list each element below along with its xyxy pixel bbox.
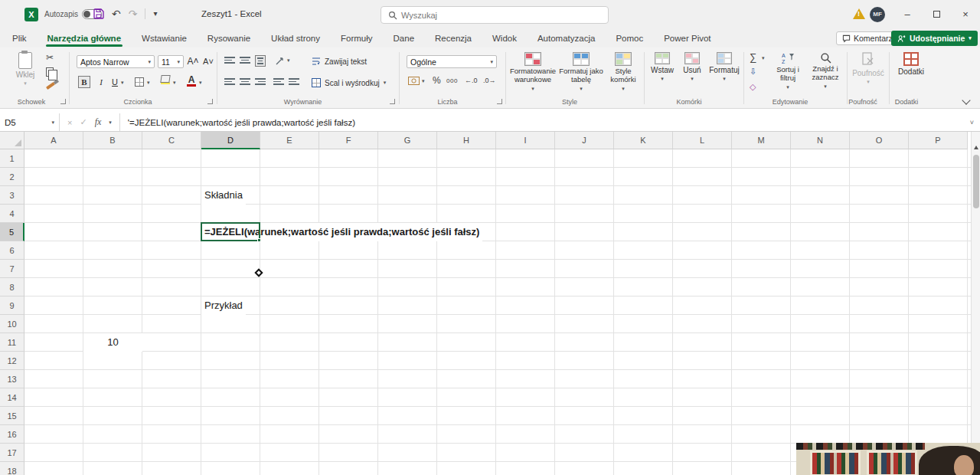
tab-narzędzia-główne[interactable]: Narzędzia główne [46, 31, 123, 45]
increase-decimal-icon[interactable]: ←.0 [465, 77, 478, 84]
underline-caret-icon[interactable]: ▾ [121, 80, 124, 86]
row-header-14[interactable]: 14 [0, 388, 24, 407]
decrease-indent-icon[interactable] [273, 78, 284, 85]
column-header-O[interactable]: O [850, 132, 909, 149]
borders-icon[interactable] [135, 77, 144, 87]
sensitivity-button[interactable]: Poufność ▾ [850, 52, 887, 85]
confirm-entry-icon[interactable]: ✓ [80, 117, 87, 127]
save-icon[interactable] [93, 8, 104, 19]
minimize-button[interactable]: – [893, 0, 922, 29]
format-cells-button[interactable]: Formatuj ▾ [708, 52, 740, 82]
row-header-5[interactable]: 5 [0, 223, 24, 241]
row-header-18[interactable]: 18 [0, 462, 24, 475]
font-size-combo[interactable]: 11▾ [158, 55, 184, 68]
grid-body[interactable] [24, 149, 971, 475]
close-button[interactable]: × [951, 0, 980, 29]
delete-cells-button[interactable]: Usuń ▾ [679, 52, 705, 82]
column-header-D[interactable]: D [201, 132, 260, 149]
align-top-icon[interactable] [224, 57, 235, 64]
cell-D9[interactable]: Przykład [201, 296, 246, 315]
align-middle-icon[interactable] [240, 57, 250, 64]
excel-logo-icon[interactable]: X [24, 8, 38, 21]
align-right-icon[interactable] [255, 78, 266, 85]
italic-button[interactable]: I [95, 76, 107, 88]
tab-automatyzacja[interactable]: Automatyzacja [536, 31, 596, 45]
clear-icon[interactable]: ◇ [750, 81, 756, 92]
customize-qat-icon[interactable]: ▾ [153, 6, 157, 21]
column-header-I[interactable]: I [496, 132, 555, 149]
decrease-decimal-icon[interactable]: .0→ [483, 77, 496, 84]
autosum-caret-icon[interactable]: ▾ [762, 55, 765, 61]
search-box[interactable]: Wyszukaj [381, 6, 609, 24]
align-center-icon[interactable] [240, 78, 250, 85]
tab-recenzja[interactable]: Recenzja [433, 31, 473, 45]
undo-icon[interactable]: ↶ [112, 6, 121, 21]
clipboard-dialog-launcher-icon[interactable] [60, 99, 66, 104]
cell-D3[interactable]: Składnia [201, 186, 246, 205]
tab-dane[interactable]: Dane [392, 31, 416, 45]
number-format-combo[interactable]: Ogólne▾ [407, 55, 497, 68]
bold-button[interactable]: B [78, 76, 90, 88]
share-button[interactable]: Udostępnianie ▾ [891, 31, 978, 46]
currency-caret-icon[interactable]: ▾ [422, 78, 425, 84]
merge-center-button[interactable]: Scal i wyśrodkuj ▾ [312, 78, 386, 87]
row-header-3[interactable]: 3 [0, 186, 24, 205]
fill-handle[interactable] [257, 238, 261, 242]
expand-formula-bar-icon[interactable]: ˅ [970, 119, 980, 126]
column-header-E[interactable]: E [260, 132, 319, 149]
tab-power-pivot[interactable]: Power Pivot [662, 31, 712, 45]
row-header-11[interactable]: 11 [0, 333, 24, 352]
maximize-button[interactable] [922, 0, 951, 29]
row-header-2[interactable]: 2 [0, 168, 24, 186]
row-header-7[interactable]: 7 [0, 260, 24, 278]
conditional-formatting-button[interactable]: Formatowanie warunkowe ▾ [508, 52, 557, 92]
row-header-4[interactable]: 4 [0, 205, 24, 223]
column-header-M[interactable]: M [732, 132, 791, 149]
number-dialog-launcher-icon[interactable] [497, 99, 502, 104]
column-header-P[interactable]: P [909, 132, 968, 149]
orientation-icon[interactable] [275, 55, 286, 66]
formula-input[interactable]: '=JEŻELI(warunek;wartość jeśli prawda;wa… [120, 118, 355, 127]
font-name-combo[interactable]: Aptos Narrow▾ [77, 55, 155, 68]
user-avatar[interactable]: MF [870, 7, 885, 22]
autosum-icon[interactable]: ∑ [750, 52, 756, 63]
row-header-15[interactable]: 15 [0, 407, 24, 425]
column-header-H[interactable]: H [437, 132, 496, 149]
column-header-L[interactable]: L [673, 132, 732, 149]
row-header-8[interactable]: 8 [0, 278, 24, 296]
row-header-9[interactable]: 9 [0, 296, 24, 315]
fill-color-icon[interactable] [161, 75, 170, 84]
tab-widok[interactable]: Widok [491, 31, 518, 45]
grow-font-button[interactable]: A˄ [187, 55, 199, 67]
comma-style-icon[interactable]: 000 [446, 77, 458, 84]
tab-układ-strony[interactable]: Układ strony [270, 31, 322, 45]
column-header-F[interactable]: F [319, 132, 378, 149]
activation-warning-icon[interactable] [853, 8, 865, 19]
addins-button[interactable]: Dodatki [893, 52, 929, 76]
column-header-A[interactable]: A [24, 132, 83, 149]
row-header-12[interactable]: 12 [0, 352, 24, 370]
wrap-text-button[interactable]: Zawijaj tekst [312, 57, 367, 66]
redo-icon[interactable]: ↷ [129, 6, 138, 21]
underline-button[interactable]: U [109, 76, 121, 88]
cell-styles-button[interactable]: Style komórki ▾ [605, 52, 642, 92]
insert-cells-button[interactable]: Wstaw ▾ [648, 52, 676, 82]
column-header-G[interactable]: G [378, 132, 437, 149]
row-header-1[interactable]: 1 [0, 149, 24, 168]
align-bottom-icon[interactable] [255, 55, 266, 67]
tab-plik[interactable]: Plik [11, 31, 28, 45]
selection-box[interactable] [201, 222, 260, 241]
shrink-font-button[interactable]: A˅ [202, 55, 214, 67]
alignment-dialog-launcher-icon[interactable] [390, 99, 395, 104]
row-header-13[interactable]: 13 [0, 370, 24, 388]
row-header-17[interactable]: 17 [0, 444, 24, 462]
column-header-K[interactable]: K [614, 132, 673, 149]
increase-indent-icon[interactable] [289, 78, 299, 85]
select-all-corner[interactable] [0, 132, 24, 149]
format-as-table-button[interactable]: Formatuj jako tabelę ▾ [559, 52, 603, 92]
sort-filter-button[interactable]: AZ Sortuj i filtruj ▾ [771, 52, 805, 90]
font-dialog-launcher-icon[interactable] [207, 99, 213, 104]
font-color-icon[interactable]: A [187, 74, 196, 87]
scrollbar-thumb[interactable] [973, 155, 979, 208]
currency-icon[interactable] [408, 77, 420, 85]
